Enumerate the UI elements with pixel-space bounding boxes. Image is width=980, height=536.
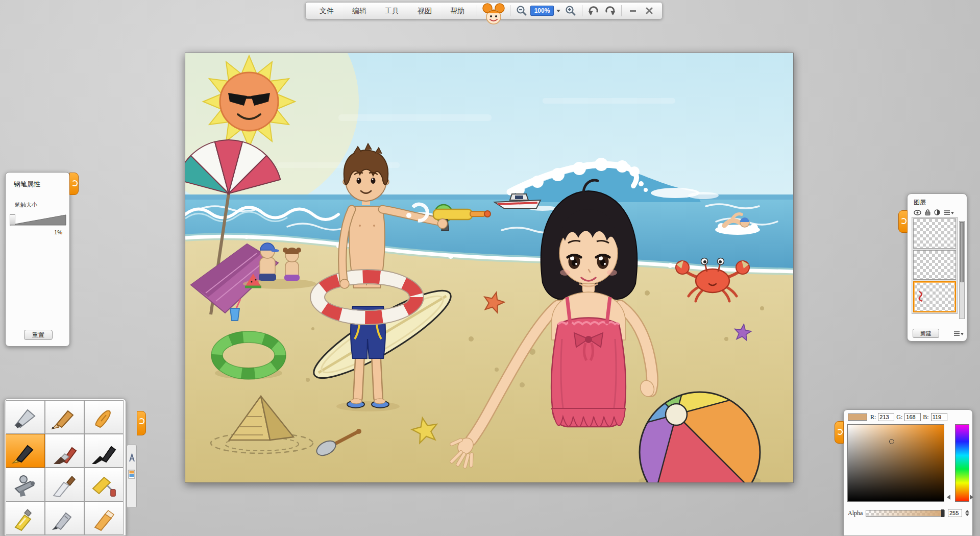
paint-tube-icon — [10, 505, 41, 531]
swatch-card-icon[interactable] — [128, 470, 135, 479]
zoom-dropdown-caret[interactable] — [556, 10, 560, 12]
zoom-in-icon — [565, 5, 576, 16]
current-color-swatch[interactable] — [848, 413, 867, 421]
minimize-icon — [629, 7, 637, 15]
tool-crayon[interactable] — [84, 400, 124, 434]
menu-edit[interactable]: 编辑 — [344, 3, 375, 19]
panel-collapse-tab[interactable] — [69, 173, 79, 195]
paint-brush-icon — [50, 437, 80, 464]
undo-button[interactable] — [586, 4, 601, 17]
collapse-right-arrow[interactable] — [970, 495, 973, 500]
brush-size-slider[interactable] — [10, 214, 65, 226]
b-label: B: — [923, 413, 928, 421]
layer-content-mark — [917, 289, 927, 303]
tool-palette-knife[interactable] — [45, 468, 84, 501]
layer-item[interactable] — [913, 281, 956, 312]
layer-menu-icon[interactable] — [944, 210, 954, 215]
alpha-spinner[interactable] — [965, 510, 969, 516]
layer-item[interactable] — [913, 218, 956, 249]
tool-fountain-pen[interactable] — [6, 434, 45, 468]
b-input[interactable] — [931, 413, 947, 421]
app-background: 文件 编辑 工具 视图 帮助 — [0, 0, 980, 536]
tool-paint-roller[interactable] — [84, 468, 124, 501]
layer-toolbar — [914, 209, 967, 215]
close-icon — [645, 7, 653, 15]
ink-brush-icon — [89, 437, 119, 464]
zoom-in-button[interactable] — [563, 4, 578, 17]
alpha-label: Alpha — [848, 509, 863, 517]
redo-icon — [604, 5, 616, 16]
pen-nib-icon — [10, 404, 41, 430]
alpha-slider[interactable] — [866, 510, 945, 517]
alpha-row: Alpha — [848, 509, 969, 517]
layers-panel-title: 图层 — [914, 198, 967, 207]
blend-contrast-icon[interactable] — [934, 209, 940, 215]
tool-pencil[interactable] — [45, 400, 84, 434]
undo-icon — [588, 5, 599, 16]
r-input[interactable] — [878, 413, 894, 421]
pencil-icon — [50, 404, 80, 430]
tool-marker[interactable] — [45, 501, 84, 535]
new-layer-button[interactable]: 新建 — [913, 329, 939, 338]
tool-pen-nib[interactable] — [6, 400, 45, 434]
g-input[interactable] — [904, 413, 921, 421]
minimize-button[interactable] — [625, 4, 641, 17]
r-label: R: — [870, 413, 876, 421]
pen-properties-panel: 钢笔属性 笔触大小 1% 重置 — [5, 172, 70, 347]
visibility-eye-icon[interactable] — [914, 210, 921, 215]
tool-paint-tube[interactable] — [6, 501, 45, 535]
menu-view[interactable]: 视图 — [409, 3, 440, 19]
slider-wedge-icon — [10, 214, 66, 226]
reset-button[interactable]: 重置 — [24, 330, 53, 340]
color-picker-panel: R: G: B: Alpha — [843, 409, 973, 536]
tool-palette-panel — [4, 399, 126, 536]
alpha-input[interactable] — [948, 509, 962, 517]
g-label: G: — [896, 413, 902, 421]
toolbar-separator — [477, 5, 477, 16]
panel-collapse-tab[interactable] — [835, 421, 844, 444]
mascot-icon[interactable] — [481, 2, 506, 19]
marker-icon — [50, 505, 80, 531]
layer-item[interactable] — [913, 250, 956, 280]
layer-scrollbar[interactable] — [959, 221, 965, 319]
panel-collapse-tab[interactable] — [898, 210, 908, 233]
scrollbar-thumb[interactable] — [960, 222, 964, 282]
slider-handle[interactable] — [10, 214, 15, 225]
palette-collapse-tab[interactable] — [137, 411, 146, 435]
layers-footer: 新建 — [913, 329, 964, 338]
color-cursor[interactable] — [889, 439, 894, 444]
saturation-value-picker[interactable] — [847, 424, 944, 502]
menu-file[interactable]: 文件 — [311, 3, 342, 19]
mascot-clown-icon — [482, 3, 505, 30]
tool-pastel[interactable] — [84, 501, 124, 535]
alpha-handle[interactable] — [941, 509, 944, 517]
tool-grid — [6, 400, 125, 535]
layers-panel: 图层 — [907, 193, 967, 342]
zoom-out-icon — [516, 5, 527, 16]
redo-button[interactable] — [602, 4, 618, 17]
clip-icon[interactable] — [129, 453, 135, 462]
airbrush-icon — [10, 471, 41, 498]
tool-ink-brush[interactable] — [84, 434, 124, 468]
rgb-row: R: G: B: — [848, 413, 969, 421]
menu-tools[interactable]: 工具 — [376, 3, 408, 19]
crayon-icon — [89, 404, 119, 430]
fountain-pen-icon — [10, 437, 41, 464]
tool-airbrush[interactable] — [6, 468, 45, 501]
lock-icon[interactable] — [925, 209, 930, 215]
zoom-level-input[interactable] — [530, 6, 554, 16]
zoom-out-button[interactable] — [514, 4, 529, 17]
brush-size-label: 笔触大小 — [15, 201, 69, 209]
layer-list — [912, 217, 958, 314]
hue-strip[interactable] — [955, 424, 969, 502]
close-button[interactable] — [642, 4, 657, 17]
brush-size-value: 1% — [6, 229, 62, 235]
collapse-left-arrow[interactable] — [947, 495, 950, 500]
palette-side-strip — [127, 445, 137, 508]
tool-paint-brush[interactable] — [45, 434, 84, 468]
menu-help[interactable]: 帮助 — [442, 3, 473, 19]
toolbar-separator — [582, 5, 582, 16]
paint-roller-icon — [89, 471, 119, 498]
layer-options-icon[interactable] — [953, 331, 964, 336]
drawing-canvas[interactable] — [185, 53, 794, 483]
